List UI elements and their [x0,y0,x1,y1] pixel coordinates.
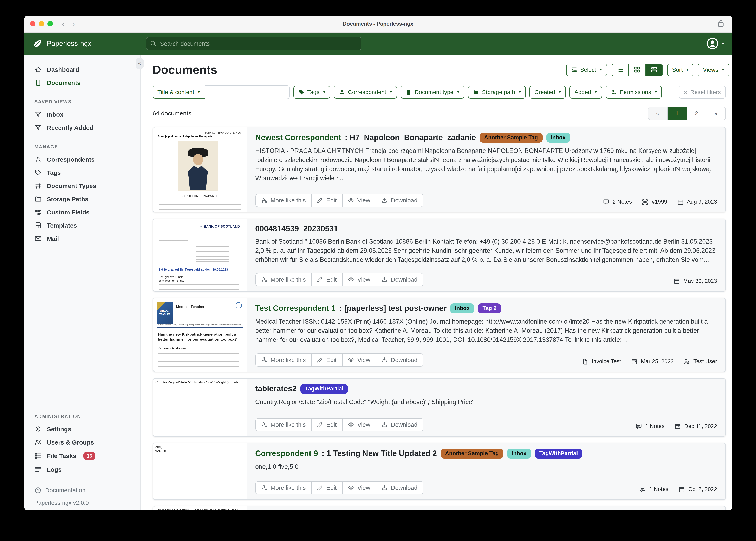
brand[interactable]: Paperless-ngx [32,38,146,49]
title-content-filter-button[interactable]: Title & content▾ [152,86,205,98]
sidebar-collapse-button[interactable]: « [136,58,143,69]
view-button[interactable]: View [342,418,376,431]
more-like-this-button[interactable]: More like this [255,194,312,207]
sidebar-item-document-types[interactable]: Document Types [34,179,140,192]
title-content-filter-input[interactable] [205,85,289,99]
sidebar-item-file-tasks[interactable]: File Tasks 16 [34,449,140,463]
document-card[interactable]: one,1.0five,5.0 Correspondent 9: 1 Testi… [152,443,726,500]
pagination-page-1[interactable]: 1 [667,107,686,119]
sidebar-item-settings[interactable]: Settings [34,422,140,436]
search-input[interactable] [159,40,357,47]
edit-button[interactable]: Edit [311,418,343,431]
sidebar-item-documents[interactable]: Documents [34,76,140,89]
edit-button[interactable]: Edit [311,273,343,286]
tag-inbox[interactable]: Inbox [507,448,531,458]
pagination-first-button[interactable]: « [648,107,667,119]
download-button[interactable]: Download [376,194,423,207]
document-card[interactable]: HISTORIA - PRACA DLA CHĘTNYCH Francja po… [152,127,726,212]
sidebar-item-tags[interactable]: Tags [34,166,140,179]
sidebar-item-correspondents[interactable]: Correspondents [34,153,140,166]
edit-button[interactable]: Edit [311,194,343,207]
notes-indicator[interactable]: 1 Notes [639,486,668,493]
more-like-this-button[interactable]: More like this [255,273,312,286]
correspondent-link[interactable]: Correspondent 9 [255,449,318,458]
correspondent-filter-button[interactable]: Correspondent▾ [334,86,397,98]
correspondent-link[interactable]: Test Correspondent 1 [255,304,336,313]
view-button[interactable]: View [342,194,376,207]
list-task-icon [34,452,41,459]
edit-button[interactable]: Edit [311,481,343,494]
document-title[interactable]: Newest Correspondent: H7_Napoleon_Bonapa… [255,133,717,143]
document-thumbnail[interactable]: Serial Number,Company Name,Employee Mark… [153,506,247,510]
view-button[interactable]: View [342,273,376,286]
select-button[interactable]: Select▾ [566,63,607,76]
tag-inbox[interactable]: Inbox [450,303,474,313]
views-button[interactable]: Views▾ [698,63,729,76]
person-icon [339,89,345,95]
tag-inbox[interactable]: Inbox [546,133,570,143]
pagination-last-button[interactable]: » [706,107,725,119]
more-like-this-button[interactable]: More like this [255,353,312,366]
created-filter-button[interactable]: Created▾ [529,86,566,98]
document-thumbnail[interactable]: MEDICAL TEACHER Medical Teacher ISSN: 01… [153,298,247,371]
documentation-link[interactable]: Documentation [34,487,140,493]
sort-button[interactable]: Sort▾ [667,63,693,76]
view-button[interactable]: View [342,481,376,494]
download-button[interactable]: Download [376,353,423,366]
storage-path-filter-button[interactable]: Storage path▾ [468,86,526,98]
more-like-this-button[interactable]: More like this [255,481,312,494]
view-mode-grid-button[interactable] [628,64,645,76]
thumbnail-caption: NAPOLEON BONAPARTE [153,195,247,197]
folder-icon [34,196,41,203]
global-search[interactable] [146,37,361,50]
sidebar-item-storage-paths[interactable]: Storage Paths [34,192,140,206]
document-thumbnail[interactable]: one,1.0five,5.0 [153,443,247,499]
view-mode-detail-button[interactable] [645,64,662,76]
document-type-filter-button[interactable]: Document type▾ [401,86,464,98]
document-card[interactable]: MEDICAL TEACHER Medical Teacher ISSN: 01… [152,297,726,372]
sidebar-item-logs[interactable]: Logs [34,463,140,476]
view-mode-list-button[interactable] [612,64,628,76]
document-title[interactable]: Correspondent 9: 1 Testing New Title Upd… [255,448,717,458]
sidebar-item-inbox[interactable]: Inbox [34,108,140,121]
thumbnail-greeting: Sehr geehrte Kundin,sehr geehrter Kunde, [159,275,184,283]
document-thumbnail[interactable]: Country,Region/State,"Zip/Postal Code","… [153,378,247,436]
tag-tagwithpartial[interactable]: TagWithPartial [535,448,582,458]
sidebar-item-dashboard[interactable]: Dashboard [34,63,140,76]
document-title[interactable]: 0004814539_20230531 [255,224,717,233]
brand-name: Paperless-ngx [47,40,91,47]
sidebar-item-mail[interactable]: Mail [34,232,140,245]
tags-filter-button[interactable]: Tags▾ [293,86,330,98]
edit-button[interactable]: Edit [311,353,343,366]
correspondent-link[interactable]: Newest Correspondent [255,133,341,142]
document-card[interactable]: ⚜ BANK OF SCOTLAND 2,0 % p. a. auf Ihr T… [152,218,726,291]
pagination-page-2[interactable]: 2 [686,107,706,119]
more-like-this-button[interactable]: More like this [255,418,312,431]
tag-another-sample-tag[interactable]: Another Sample Tag [480,133,543,143]
tag-tag-2[interactable]: Tag 2 [478,303,501,313]
reset-filters-button[interactable]: × Reset filters [679,86,726,98]
document-title[interactable]: Test Correspondent 1: [paperless] test p… [255,303,717,313]
tag-tagwithpartial[interactable]: TagWithPartial [300,384,348,394]
document-card[interactable]: Serial Number,Company Name,Employee Mark… [152,506,726,510]
document-title[interactable]: tablerates2 TagWithPartial [255,384,717,394]
download-button[interactable]: Download [376,273,423,286]
document-thumbnail[interactable]: HISTORIA - PRACA DLA CHĘTNYCH Francja po… [153,127,247,212]
share-icon[interactable] [717,19,725,27]
sidebar-item-users-groups[interactable]: Users & Groups [34,436,140,449]
notes-indicator[interactable]: 2 Notes [603,199,632,205]
sidebar-item-templates[interactable]: Templates [34,219,140,232]
permissions-filter-button[interactable]: Permissions▾ [606,86,662,98]
envelope-icon [34,235,41,242]
sidebar-item-custom-fields[interactable]: Custom Fields [34,206,140,219]
notes-indicator[interactable]: 1 Notes [635,423,664,429]
download-button[interactable]: Download [376,481,423,494]
tag-another-sample-tag[interactable]: Another Sample Tag [441,448,503,458]
user-menu[interactable]: ▾ [706,37,724,50]
document-card[interactable]: Country,Region/State,"Zip/Postal Code","… [152,378,726,436]
sidebar-item-recently-added[interactable]: Recently Added [34,121,140,134]
added-filter-button[interactable]: Added▾ [569,86,602,98]
document-thumbnail[interactable]: ⚜ BANK OF SCOTLAND 2,0 % p. a. auf Ihr T… [153,219,247,291]
download-button[interactable]: Download [376,418,423,431]
view-button[interactable]: View [342,353,376,366]
